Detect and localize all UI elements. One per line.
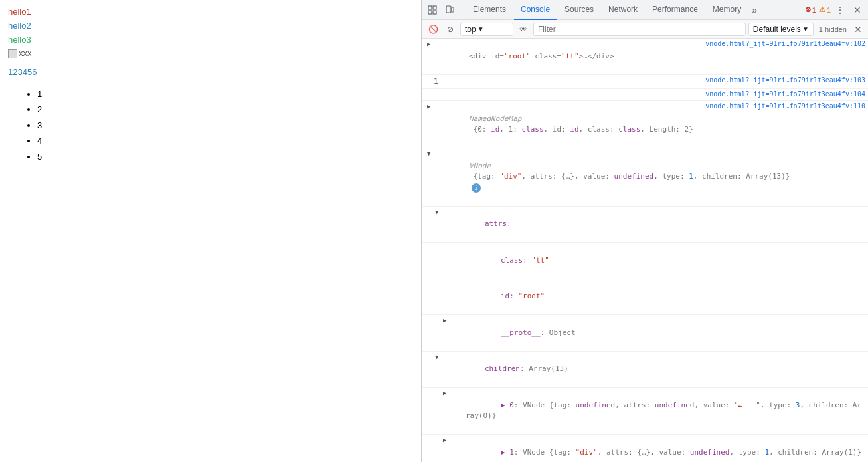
svg-rect-1	[433, 6, 436, 9]
expand-arrow-vnode-root[interactable]	[427, 150, 434, 157]
left-panel: hello1 hello2 hello3 xxx 123456 1 2 3 4 …	[0, 0, 422, 462]
source-link-2[interactable]: vnode.html?_ijt=91ri…fo79ir1t3eau4fv:103	[700, 76, 865, 84]
console-row-child-0[interactable]: ▶ 0: VNode {tag: undefined, attrs: undef…	[422, 388, 868, 435]
hello1-line: hello1	[8, 5, 413, 19]
context-arrow-icon: ▼	[477, 25, 484, 33]
levels-arrow-icon: ▼	[802, 25, 809, 33]
tab-console[interactable]: Console	[514, 0, 557, 20]
tab-sources[interactable]: Sources	[558, 0, 600, 20]
list-item-3: 3	[37, 118, 413, 133]
expand-arrow-children[interactable]	[435, 353, 442, 360]
tab-network[interactable]: Network	[602, 0, 644, 20]
hello3-line: hello3	[8, 33, 413, 47]
close-hidden-icon[interactable]: ✕	[852, 23, 864, 35]
console-content-named-node-map: NamedNodeMap {0: id, 1: class, id: id, c…	[434, 102, 700, 146]
filter-input[interactable]	[533, 23, 746, 36]
expand-arrow-div-root[interactable]	[427, 40, 434, 47]
warn-badge: ⚠ 1	[819, 5, 831, 14]
source-link-4[interactable]: vnode.html?_ijt=91ri…fo79ir1t3eau4fv:110	[700, 102, 865, 110]
hidden-count-label: 1 hidden	[819, 25, 847, 33]
error-icon: ⊗	[805, 5, 811, 14]
console-content-div-root: <div id="root" class="tt">…</div>	[434, 40, 700, 73]
console-output: <div id="root" class="tt">…</div> vnode.…	[422, 39, 868, 462]
default-levels-select[interactable]: Default levels ▼	[748, 23, 814, 36]
number-list: 1 2 3 4 5	[24, 86, 413, 164]
more-tabs-icon[interactable]: »	[749, 5, 760, 15]
console-content-attrs-header: attrs:	[450, 208, 865, 241]
hello2-line: hello2	[8, 19, 413, 33]
console-row-div-root[interactable]: <div id="root" class="tt">…</div> vnode.…	[422, 39, 868, 75]
expand-arrow-named-node-map[interactable]	[427, 102, 434, 110]
svg-rect-3	[433, 11, 436, 14]
console-content-children-header: children: Array(13)	[450, 353, 865, 386]
console-row-named-node-map[interactable]: NamedNodeMap {0: id, 1: class, id: id, c…	[422, 101, 868, 148]
console-row-1: 1 vnode.html?_ijt=91ri…fo79ir1t3eau4fv:1…	[422, 75, 868, 90]
svg-rect-0	[428, 6, 432, 9]
console-content-child-1: ▶ 1: VNode {tag: "div", attrs: {…}, valu…	[466, 436, 865, 462]
devtools-settings-icon[interactable]: ⋮	[832, 2, 848, 18]
expand-arrow-proto-attrs[interactable]	[443, 316, 450, 324]
console-content-class: class: "tt"	[466, 244, 865, 277]
xxx-line: xxx	[8, 47, 413, 60]
svg-rect-5	[452, 7, 454, 12]
warn-icon: ⚠	[819, 5, 825, 14]
expand-arrow-attrs[interactable]	[435, 208, 442, 215]
list-item-5: 5	[37, 149, 413, 164]
console-row-vnode-root[interactable]: VNode {tag: "div", attrs: {…}, value: un…	[422, 148, 868, 207]
console-row-class: class: "tt"	[422, 243, 868, 279]
error-badge: ⊗ 1	[805, 5, 816, 14]
source-link-1[interactable]: vnode.html?_ijt=91ri…fo79ir1t3eau4fv:102	[700, 40, 865, 47]
console-row-blank: vnode.html?_ijt=91ri…fo79ir1t3eau4fv:104	[422, 89, 868, 101]
console-row-child-1[interactable]: ▶ 1: VNode {tag: "div", attrs: {…}, valu…	[422, 435, 868, 462]
console-content-proto-attrs: __proto__: Object	[466, 316, 865, 350]
console-content-1: 1	[434, 76, 700, 88]
eye-icon-btn[interactable]: 👁	[516, 22, 531, 37]
console-row-children-header[interactable]: children: Array(13)	[422, 352, 868, 388]
console-toolbar: 🚫 ⊘ top ▼ 👁 Default levels ▼ 1 hidden ✕	[422, 20, 868, 39]
tab-elements[interactable]: Elements	[466, 0, 513, 20]
devtools-toolbar: Elements Console Sources Network Perform…	[422, 0, 868, 20]
expand-arrow-child-1[interactable]	[443, 436, 450, 443]
console-content-id: id: "root"	[466, 281, 865, 314]
img-icon	[8, 49, 17, 58]
devtools-close-icon[interactable]: ✕	[849, 2, 865, 18]
list-item-4: 4	[37, 133, 413, 148]
number-line: 123456	[8, 66, 413, 80]
list-item-1: 1	[37, 86, 413, 102]
inspect-icon-btn[interactable]	[424, 2, 440, 18]
expand-arrow-child-0[interactable]	[443, 389, 450, 396]
devtools-panel: Elements Console Sources Network Perform…	[422, 0, 868, 462]
context-value: top	[465, 25, 476, 34]
list-item-2: 2	[37, 102, 413, 117]
clear-console-btn[interactable]: 🚫	[426, 22, 440, 37]
tab-performance[interactable]: Performance	[646, 0, 705, 20]
warn-count: 1	[827, 6, 831, 14]
device-icon-btn[interactable]	[442, 2, 458, 18]
console-row-attrs-header: attrs:	[422, 207, 868, 243]
toolbar-separator	[462, 4, 462, 16]
default-levels-label: Default levels	[753, 25, 801, 34]
filter-icon-btn[interactable]: ⊘	[443, 22, 458, 37]
console-row-id: id: "root"	[422, 279, 868, 316]
source-link-3[interactable]: vnode.html?_ijt=91ri…fo79ir1t3eau4fv:104	[700, 90, 865, 98]
context-selector[interactable]: top ▼	[460, 23, 513, 36]
svg-rect-2	[428, 11, 432, 14]
console-row-proto-attrs[interactable]: __proto__: Object	[422, 315, 868, 352]
error-count: 1	[812, 6, 816, 14]
tab-memory[interactable]: Memory	[706, 0, 748, 20]
console-content-vnode-root: VNode {tag: "div", attrs: {…}, value: un…	[434, 150, 865, 205]
svg-rect-4	[446, 6, 451, 13]
info-badge: i	[472, 183, 481, 193]
console-content-child-0: ▶ 0: VNode {tag: undefined, attrs: undef…	[466, 389, 865, 433]
